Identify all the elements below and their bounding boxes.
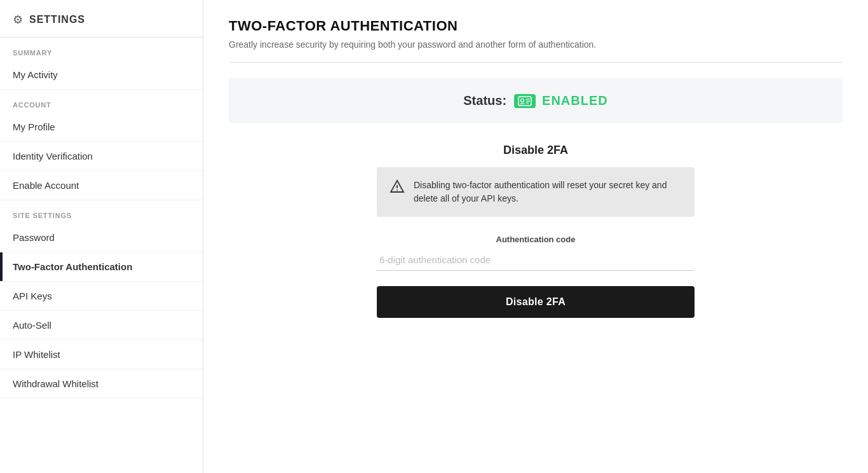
id-card-icon <box>514 94 536 108</box>
auth-code-section: Authentication code <box>377 235 695 271</box>
status-bar: Status: ENABLED <box>229 78 843 123</box>
main-content: TWO-FACTOR AUTHENTICATION Greatly increa… <box>203 0 868 473</box>
svg-point-1 <box>521 99 524 102</box>
sidebar-item-two-factor-auth[interactable]: Two-Factor Authentication <box>0 252 203 282</box>
sidebar-item-label: Enable Account <box>13 180 79 191</box>
sidebar-item-label: My Profile <box>13 121 55 132</box>
status-value: ENABLED <box>542 93 608 108</box>
section-title: Disable 2FA <box>229 144 843 157</box>
sidebar-item-label: Password <box>13 232 55 243</box>
sidebar-item-label: API Keys <box>13 291 52 301</box>
sidebar-item-withdrawal-whitelist[interactable]: Withdrawal Whitelist <box>0 369 203 399</box>
sidebar-title: SETTINGS <box>29 14 85 25</box>
sidebar-item-label: Identity Verification <box>13 151 93 161</box>
sidebar-item-label: My Activity <box>13 69 58 80</box>
gear-icon: ⚙ <box>13 13 23 27</box>
disable-2fa-button[interactable]: Disable 2FA <box>377 286 695 318</box>
sidebar-item-label: IP Whitelist <box>13 349 60 360</box>
warning-text: Disabling two-factor authentication will… <box>414 179 682 205</box>
sidebar-item-my-profile[interactable]: My Profile <box>0 113 203 142</box>
sidebar-item-identity-verification[interactable]: Identity Verification <box>0 142 203 171</box>
sidebar-item-api-keys[interactable]: API Keys <box>0 282 203 311</box>
sidebar-item-label: Withdrawal Whitelist <box>13 378 98 389</box>
svg-point-7 <box>397 189 398 191</box>
warning-icon <box>390 179 405 197</box>
sidebar-item-ip-whitelist[interactable]: IP Whitelist <box>0 340 203 369</box>
sidebar-item-my-activity[interactable]: My Activity <box>0 60 203 90</box>
sidebar-item-label: Auto-Sell <box>13 320 51 331</box>
account-section-label: ACCOUNT <box>0 90 203 113</box>
divider <box>229 62 843 63</box>
sidebar-item-enable-account[interactable]: Enable Account <box>0 171 203 200</box>
auth-code-input[interactable] <box>377 249 695 271</box>
page-title: TWO-FACTOR AUTHENTICATION <box>229 18 843 34</box>
site-settings-section-label: SITE SETTINGS <box>0 200 203 223</box>
sidebar: ⚙ SETTINGS SUMMARY My Activity ACCOUNT M… <box>0 0 203 473</box>
page-subtitle: Greatly increase security by requiring b… <box>229 39 843 50</box>
sidebar-header: ⚙ SETTINGS <box>0 0 203 38</box>
status-label: Status: <box>463 93 506 108</box>
sidebar-item-password[interactable]: Password <box>0 223 203 252</box>
sidebar-item-auto-sell[interactable]: Auto-Sell <box>0 311 203 340</box>
summary-section-label: SUMMARY <box>0 38 203 60</box>
sidebar-item-label: Two-Factor Authentication <box>13 261 132 272</box>
warning-box: Disabling two-factor authentication will… <box>377 167 695 217</box>
auth-code-label: Authentication code <box>377 235 695 244</box>
